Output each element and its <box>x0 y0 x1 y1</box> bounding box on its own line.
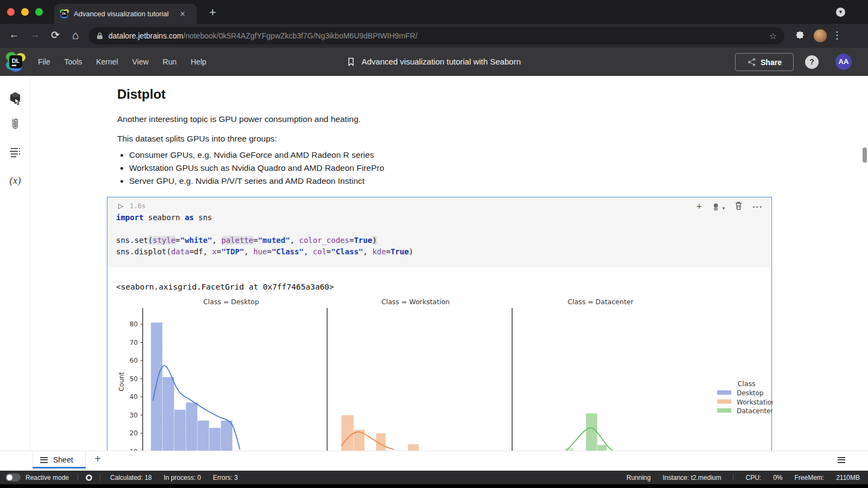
svg-text:50: 50 <box>130 375 138 383</box>
macos-close-button[interactable] <box>7 8 15 16</box>
sheet-tab-label: Sheet <box>53 455 73 464</box>
table-of-contents-icon[interactable] <box>0 147 30 161</box>
tab-close-icon[interactable]: × <box>180 9 185 19</box>
svg-text:Class: Class <box>738 380 756 388</box>
svg-text:DL: DL <box>62 12 67 15</box>
code-cell: ▷ 1.6s + ▾ ··· import seaborn as sns sns… <box>107 197 772 451</box>
window-edge <box>0 484 868 488</box>
bookmark-icon <box>347 57 355 66</box>
macos-minimize-button[interactable] <box>21 8 29 16</box>
cell-language-python-icon[interactable]: ▾ <box>712 202 725 212</box>
chevron-down-icon: ▾ <box>722 206 725 211</box>
sheet-icon <box>40 455 48 464</box>
forward-icon[interactable]: → <box>28 29 42 41</box>
help-button[interactable]: ? <box>805 55 819 69</box>
svg-text:Class = Datacenter: Class = Datacenter <box>567 298 634 306</box>
menu-view[interactable]: View <box>132 57 149 66</box>
notebook-title: Advanced visualization tutorial with Sea… <box>361 57 521 66</box>
back-icon[interactable]: ← <box>7 29 21 41</box>
browser-tab-strip: DL Advanced visualization tutorial × + ▼ <box>0 0 868 24</box>
cpu-label: CPU: <box>745 474 761 481</box>
reactive-mode-label: Reactive mode <box>25 474 69 481</box>
sheet-tab-bar: Sheet + <box>0 451 868 471</box>
svg-text:Datacenter: Datacenter <box>737 407 773 415</box>
sheet-tab[interactable]: Sheet <box>33 451 86 468</box>
share-label: Share <box>761 58 782 67</box>
bullet-item: Server GPU, e.g. Nvidia P/V/T series and… <box>129 176 384 187</box>
calculated-count: Calculated: 18 <box>110 474 152 481</box>
bullet-item: Consumer GPUs, e.g. Nvidia GeForce and A… <box>129 150 384 160</box>
svg-text:20: 20 <box>130 429 138 437</box>
facet-grid-chart: Class = DesktopClass = WorkstationClass … <box>107 296 773 451</box>
svg-text:Class = Desktop: Class = Desktop <box>203 298 259 306</box>
menu-run[interactable]: Run <box>163 57 177 66</box>
errors-count: Errors: 3 <box>213 474 238 481</box>
user-avatar[interactable]: AA <box>835 54 852 70</box>
svg-text:Count: Count <box>118 372 125 391</box>
menu-file[interactable]: File <box>38 57 50 66</box>
svg-text:30: 30 <box>130 412 138 419</box>
datalore-header: DL File Tools Kernel View Run Help Advan… <box>0 48 868 76</box>
home-icon[interactable]: ⌂ <box>68 29 82 42</box>
add-cell-icon[interactable]: + <box>697 201 703 213</box>
extensions-puzzle-icon[interactable] <box>794 29 805 40</box>
instance-type: Instance: t2.medium <box>662 474 721 481</box>
in-process-count: In process: 0 <box>164 474 201 481</box>
svg-text:80: 80 <box>130 320 138 328</box>
macos-zoom-button[interactable] <box>35 8 43 16</box>
menu-bar: File Tools Kernel View Run Help <box>38 57 206 66</box>
datalore-logo[interactable]: DL <box>5 52 26 72</box>
freemem-value: 2110MB <box>836 474 860 481</box>
sheets-list-icon[interactable] <box>838 455 845 464</box>
variables-icon[interactable]: (x) <box>0 175 30 187</box>
cell-more-options-icon[interactable]: ··· <box>752 202 763 212</box>
share-button[interactable]: Share <box>735 53 794 71</box>
svg-text:60: 60 <box>130 357 138 364</box>
menu-kernel[interactable]: Kernel <box>96 57 118 66</box>
url-bar[interactable]: datalore.jetbrains.com /notebook/0k5R4AZ… <box>89 27 784 44</box>
reactive-mode-toggle[interactable] <box>5 473 21 481</box>
share-icon <box>747 57 756 67</box>
notebook-viewport: (x) Distplot Another interesting topic i… <box>0 76 868 451</box>
svg-text:40: 40 <box>130 393 138 401</box>
doc-bullet-list: Consumer GPUs, e.g. Nvidia GeForce and A… <box>129 150 384 189</box>
svg-text:DL: DL <box>12 57 20 64</box>
profile-avatar[interactable] <box>814 29 827 42</box>
attachments-paperclip-icon[interactable] <box>0 117 30 133</box>
delete-cell-icon[interactable] <box>735 201 743 213</box>
packages-icon[interactable] <box>0 91 30 108</box>
browser-menu-icon[interactable]: ⋮ <box>832 29 842 41</box>
add-sheet-button[interactable]: + <box>91 453 104 465</box>
notebook-sidebar: (x) <box>0 76 30 451</box>
svg-text:Desktop: Desktop <box>737 389 764 397</box>
status-bar: Reactive mode Calculated: 18 In process:… <box>0 471 868 484</box>
cell-output-text: <seaborn.axisgrid.FacetGrid at 0x7ff7465… <box>116 282 334 291</box>
menu-tools[interactable]: Tools <box>65 57 82 66</box>
bookmark-star-icon[interactable]: ☆ <box>769 31 777 41</box>
bullet-item: Workstation GPUs such as Nvidia Quadro a… <box>129 163 384 174</box>
tab-search-button[interactable]: ▼ <box>836 8 845 17</box>
lock-icon <box>97 32 103 40</box>
doc-paragraph-2: This dataset splits GPUs into three grou… <box>117 134 277 144</box>
cell-output-chart: Class = DesktopClass = WorkstationClass … <box>107 296 773 451</box>
run-cell-icon[interactable]: ▷ <box>118 202 123 210</box>
code-editor[interactable]: import seaborn as sns sns.set(style="whi… <box>116 212 413 258</box>
svg-text:Class = Workstation: Class = Workstation <box>381 298 450 306</box>
cpu-value: 0% <box>773 474 782 481</box>
new-tab-button[interactable]: + <box>205 5 220 20</box>
svg-text:70: 70 <box>130 339 138 346</box>
datalore-favicon: DL <box>60 9 69 18</box>
url-path: /notebook/0k5R4AZgfYFgpwZkcb3f7G/Ng3ikbo… <box>183 31 418 40</box>
cell-run-time: 1.6s <box>130 202 145 210</box>
menu-help[interactable]: Help <box>191 57 207 66</box>
reload-icon[interactable]: ⟳ <box>48 29 62 41</box>
tab-title: Advanced visualization tutorial <box>74 10 178 18</box>
doc-heading: Distplot <box>117 87 165 102</box>
url-domain: datalore.jetbrains.com <box>108 31 183 40</box>
scrollbar-thumb[interactable] <box>863 147 867 163</box>
kernel-running-status: Running <box>627 474 651 481</box>
kernel-indicator-icon[interactable] <box>86 474 92 481</box>
active-tab-indicator <box>33 467 86 468</box>
browser-tab[interactable]: DL Advanced visualization tutorial × <box>54 4 197 24</box>
svg-text:Workstation: Workstation <box>737 399 773 406</box>
